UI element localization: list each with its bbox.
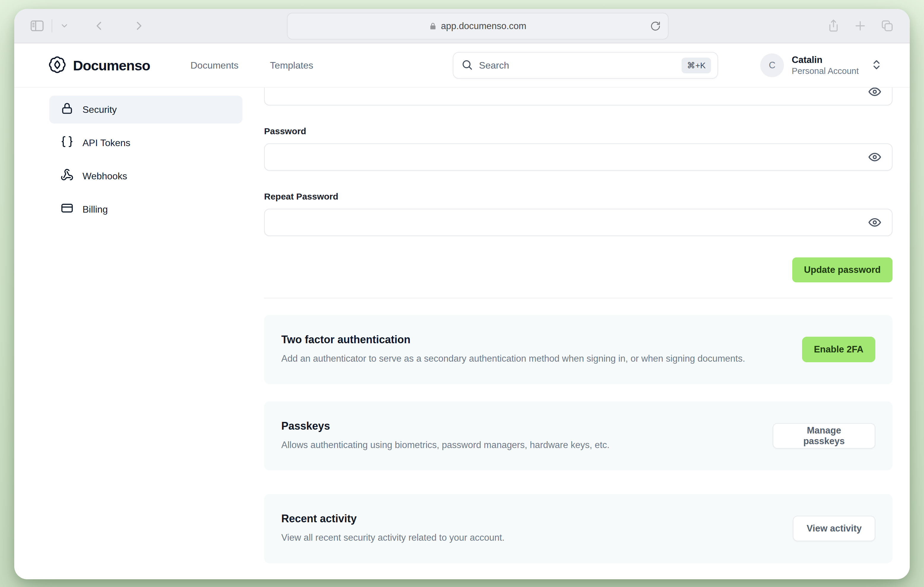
sidebar-item-api-tokens[interactable]: API Tokens xyxy=(49,129,243,157)
brand-name: Documenso xyxy=(73,57,150,74)
current-password-input[interactable] xyxy=(265,88,892,105)
sidebar-toggle-icon[interactable] xyxy=(30,20,44,32)
sidebar-item-label: Billing xyxy=(82,204,108,215)
repeat-password-field[interactable] xyxy=(264,209,893,236)
sidebar-item-label: API Tokens xyxy=(82,137,130,149)
user-name: Catalin xyxy=(792,55,859,66)
passkeys-title: Passkeys xyxy=(281,420,755,432)
sidebar-item-security[interactable]: Security xyxy=(49,96,243,124)
brand[interactable]: Documenso xyxy=(48,56,150,75)
passkeys-description: Allows authenticating using biometrics, … xyxy=(281,438,755,452)
two-factor-description: Add an authenticator to serve as a secon… xyxy=(281,352,768,366)
search-icon xyxy=(461,59,473,72)
search-shortcut-badge: ⌘+K xyxy=(681,58,711,73)
eye-icon[interactable] xyxy=(864,88,885,103)
chevron-up-down-icon xyxy=(871,59,883,72)
password-input[interactable] xyxy=(265,144,892,170)
toolbar-divider xyxy=(52,19,52,32)
recent-activity-card: Recent activity View all recent security… xyxy=(264,494,893,563)
repeat-password-label: Repeat Password xyxy=(264,192,893,202)
recent-activity-title: Recent activity xyxy=(281,513,768,525)
documenso-logo-icon xyxy=(48,56,66,75)
passkeys-card: Passkeys Allows authenticating using bio… xyxy=(264,402,893,471)
webhook-icon xyxy=(61,169,74,184)
ssl-lock-icon xyxy=(429,21,437,31)
sidebar-item-label: Security xyxy=(82,104,117,115)
sidebar-item-label: Webhooks xyxy=(82,171,127,182)
two-factor-card: Two factor authentication Add an authent… xyxy=(264,315,893,384)
app-header: Documenso Documents Templates ⌘+K C Cata… xyxy=(14,43,910,88)
back-icon[interactable] xyxy=(93,20,105,32)
lock-icon xyxy=(61,102,74,117)
nav-documents[interactable]: Documents xyxy=(183,55,246,76)
security-settings-panel: Password Repeat Password Update password xyxy=(264,88,893,579)
update-password-button[interactable]: Update password xyxy=(792,258,893,282)
credit-card-icon xyxy=(61,202,74,217)
forward-icon[interactable] xyxy=(133,20,145,32)
sidebar-chevron-down-icon[interactable] xyxy=(60,21,69,30)
account-menu[interactable]: C Catalin Personal Account xyxy=(760,53,883,77)
address-bar[interactable]: app.documenso.com xyxy=(287,13,668,40)
search-input[interactable] xyxy=(479,60,676,71)
password-label: Password xyxy=(264,126,893,136)
nav-templates[interactable]: Templates xyxy=(263,55,320,76)
address-url: app.documenso.com xyxy=(441,21,526,31)
settings-sidebar: Security API Tokens Webhooks Billing xyxy=(49,88,243,579)
sidebar-item-billing[interactable]: Billing xyxy=(49,195,243,223)
section-divider xyxy=(264,298,893,298)
share-icon[interactable] xyxy=(827,19,840,33)
recent-activity-description: View all recent security activity relate… xyxy=(281,531,768,545)
browser-window: app.documenso.com xyxy=(14,9,910,579)
repeat-password-input[interactable] xyxy=(265,209,892,235)
new-tab-icon[interactable] xyxy=(854,20,866,32)
braces-icon xyxy=(61,135,74,150)
avatar: C xyxy=(760,53,784,77)
view-activity-button[interactable]: View activity xyxy=(793,516,875,541)
two-factor-title: Two factor authentication xyxy=(281,334,768,346)
top-navigation: Documents Templates xyxy=(183,55,320,76)
browser-toolbar: app.documenso.com xyxy=(14,9,910,43)
eye-icon[interactable] xyxy=(864,146,885,168)
eye-icon[interactable] xyxy=(864,212,885,233)
current-password-field[interactable] xyxy=(264,88,893,106)
tab-overview-icon[interactable] xyxy=(881,19,894,32)
sidebar-item-webhooks[interactable]: Webhooks xyxy=(49,162,243,190)
manage-passkeys-button[interactable]: Manage passkeys xyxy=(773,423,875,449)
reload-icon[interactable] xyxy=(650,21,661,31)
search-bar[interactable]: ⌘+K xyxy=(453,52,718,79)
user-account-type: Personal Account xyxy=(792,66,859,76)
enable-2fa-button[interactable]: Enable 2FA xyxy=(802,337,875,362)
password-field[interactable] xyxy=(264,144,893,171)
